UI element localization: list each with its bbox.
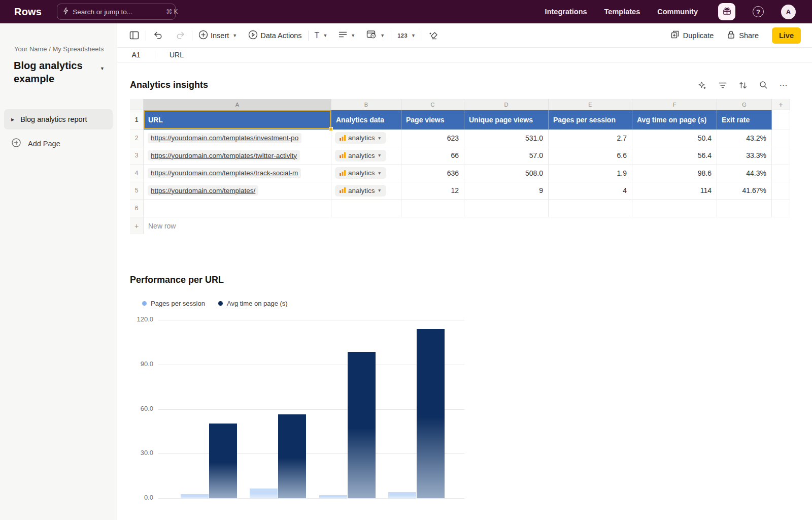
column-header-G[interactable]: G bbox=[717, 99, 772, 110]
chart-bar-avg-time-on-page-3[interactable] bbox=[348, 352, 376, 498]
url-link[interactable]: https://yourdomain.com/templates/track-s… bbox=[148, 168, 301, 178]
expand-caret-icon[interactable]: ▶ bbox=[11, 117, 14, 122]
global-search[interactable]: ⌘ K bbox=[57, 4, 176, 20]
url-link[interactable]: https://yourdomain.com/templates/investm… bbox=[148, 133, 301, 143]
header-cell[interactable]: Exit rate bbox=[717, 110, 772, 129]
cell-value[interactable]: 1.9 bbox=[549, 165, 632, 182]
header-cell[interactable]: Analytics data bbox=[331, 110, 401, 129]
live-button[interactable]: Live bbox=[772, 27, 801, 44]
gift-button[interactable] bbox=[718, 3, 735, 20]
column-header-D[interactable]: D bbox=[464, 99, 549, 110]
corner-cell[interactable] bbox=[130, 99, 144, 110]
cell-value[interactable]: 636 bbox=[401, 165, 464, 182]
chart-title[interactable]: Performance per URL bbox=[130, 275, 812, 285]
cell-value[interactable]: 56.4 bbox=[632, 147, 717, 165]
cell-value[interactable]: 33.3% bbox=[717, 147, 772, 165]
user-avatar[interactable]: A bbox=[781, 5, 796, 19]
clear-format-icon[interactable] bbox=[428, 28, 439, 43]
cell-value[interactable]: 508.0 bbox=[464, 165, 549, 182]
share-button[interactable]: Share bbox=[727, 30, 759, 41]
url-link[interactable]: https://yourdomain.com/templates/twitter… bbox=[148, 150, 300, 160]
duplicate-button[interactable]: Duplicate bbox=[670, 30, 714, 41]
column-header-E[interactable]: E bbox=[549, 99, 632, 110]
chart-bar-avg-time-on-page-1[interactable] bbox=[209, 424, 237, 498]
table-title[interactable]: Analytics insights bbox=[130, 80, 208, 90]
row-number[interactable]: 6 bbox=[130, 200, 144, 217]
sort-icon[interactable] bbox=[738, 80, 748, 90]
row-number[interactable]: 4 bbox=[130, 165, 144, 182]
fill-handle[interactable] bbox=[329, 127, 333, 131]
cell-value[interactable]: 9 bbox=[464, 182, 549, 200]
sidebar-page-blog-analytics-report[interactable]: ▶ Blog analytics report bbox=[4, 109, 113, 129]
cell-value[interactable]: 2.7 bbox=[549, 129, 632, 147]
cell-value[interactable]: 114 bbox=[632, 182, 717, 200]
chart-bar-pages-per-session-1[interactable] bbox=[181, 494, 209, 498]
help-icon[interactable]: ? bbox=[753, 6, 764, 17]
toggle-sidebar-icon[interactable] bbox=[128, 28, 140, 43]
selected-cell-A1[interactable]: URL bbox=[144, 110, 331, 129]
breadcrumb[interactable]: Your Name / My Spreadsheets bbox=[14, 45, 117, 53]
number-format-button[interactable]: 123 ▼ bbox=[397, 32, 416, 39]
cell-value[interactable]: 623 bbox=[401, 129, 464, 147]
header-cell[interactable]: Page views bbox=[401, 110, 464, 129]
new-row-button[interactable]: + New row bbox=[130, 217, 812, 234]
analytics-data-chip[interactable]: analytics ▼ bbox=[335, 150, 386, 161]
cell-value[interactable]: 43.2% bbox=[717, 129, 772, 147]
empty-cell[interactable] bbox=[464, 200, 549, 217]
cell-value[interactable]: 41.67% bbox=[717, 182, 772, 200]
empty-cell[interactable] bbox=[144, 200, 331, 217]
redo-icon[interactable] bbox=[175, 28, 186, 43]
cell-value[interactable]: 6.6 bbox=[549, 147, 632, 165]
header-cell[interactable]: Pages per session bbox=[549, 110, 632, 129]
header-cell[interactable]: Unique page views bbox=[464, 110, 549, 129]
cell-value[interactable]: 531.0 bbox=[464, 129, 549, 147]
nav-link-templates[interactable]: Templates bbox=[604, 8, 640, 16]
formula-input[interactable]: URL bbox=[170, 51, 184, 59]
ai-sparkle-icon[interactable] bbox=[697, 80, 707, 90]
rows-logo[interactable]: Rows bbox=[14, 6, 42, 18]
cell-value[interactable]: 44.3% bbox=[717, 165, 772, 182]
add-column-button[interactable]: + bbox=[772, 99, 790, 110]
alignment-button[interactable]: ▼ bbox=[339, 31, 355, 40]
chart-bar-avg-time-on-page-4[interactable] bbox=[417, 329, 445, 498]
legend-item-avg-time-on-page[interactable]: Avg time on page (s) bbox=[218, 300, 288, 307]
data-actions-button[interactable]: Data Actions bbox=[248, 30, 301, 41]
chart-bar-pages-per-session-3[interactable] bbox=[319, 495, 347, 498]
add-page-button[interactable]: Add Page bbox=[4, 135, 113, 153]
more-options-icon[interactable]: ⋯ bbox=[779, 80, 789, 90]
empty-cell[interactable] bbox=[632, 200, 717, 217]
cell-value[interactable]: 50.4 bbox=[632, 129, 717, 147]
column-header-A[interactable]: A bbox=[144, 99, 331, 110]
row-number[interactable]: 2 bbox=[130, 129, 144, 147]
cell-value[interactable]: 98.6 bbox=[632, 165, 717, 182]
title-menu-caret-icon[interactable]: ▼ bbox=[100, 66, 105, 71]
chart-bar-pages-per-session-2[interactable] bbox=[250, 489, 278, 498]
cell-reference[interactable]: A1 bbox=[117, 51, 155, 59]
cell-value[interactable]: 4 bbox=[549, 182, 632, 200]
cell-value[interactable]: 57.0 bbox=[464, 147, 549, 165]
nav-link-community[interactable]: Community bbox=[657, 8, 698, 16]
search-input[interactable] bbox=[73, 8, 162, 16]
undo-icon[interactable] bbox=[152, 28, 163, 43]
empty-cell[interactable] bbox=[331, 200, 401, 217]
column-header-F[interactable]: F bbox=[632, 99, 717, 110]
nav-link-integrations[interactable]: Integrations bbox=[545, 8, 587, 16]
search-icon[interactable] bbox=[758, 80, 768, 90]
empty-cell[interactable] bbox=[549, 200, 632, 217]
filter-icon[interactable] bbox=[718, 80, 728, 90]
chart-bar-pages-per-session-4[interactable] bbox=[388, 492, 416, 498]
chart-bar-avg-time-on-page-2[interactable] bbox=[278, 414, 306, 498]
row-number[interactable]: 1 bbox=[130, 110, 144, 129]
url-link[interactable]: https://yourdomain.com/templates/ bbox=[148, 185, 258, 196]
row-number[interactable]: 3 bbox=[130, 147, 144, 165]
text-style-button[interactable]: T ▼ bbox=[315, 31, 328, 40]
cell-value[interactable]: 12 bbox=[401, 182, 464, 200]
legend-item-pages-per-session[interactable]: Pages per session bbox=[142, 300, 205, 307]
insert-button[interactable]: Insert ▼ bbox=[198, 30, 237, 41]
empty-cell[interactable] bbox=[717, 200, 772, 217]
analytics-data-chip[interactable]: analytics ▼ bbox=[335, 167, 386, 179]
empty-cell[interactable] bbox=[401, 200, 464, 217]
analytics-data-chip[interactable]: analytics ▼ bbox=[335, 185, 386, 197]
cell-value[interactable]: 66 bbox=[401, 147, 464, 165]
header-cell[interactable]: Avg time on page (s) bbox=[632, 110, 717, 129]
